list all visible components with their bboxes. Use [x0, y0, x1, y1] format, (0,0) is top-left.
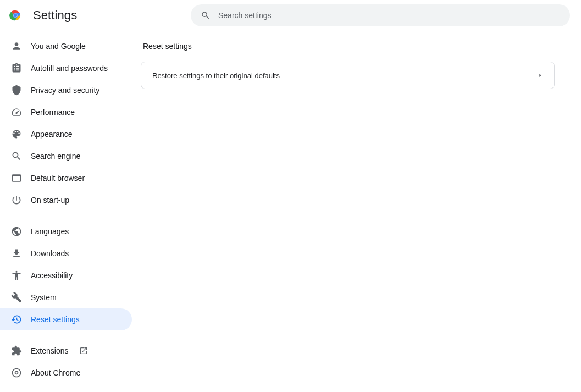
section-title: Reset settings	[141, 42, 555, 51]
sidebar-item-you-and-google[interactable]: You and Google	[0, 35, 132, 57]
chrome-outline-icon	[11, 367, 22, 378]
palette-icon	[11, 129, 22, 140]
sidebar-item-reset-settings[interactable]: Reset settings	[0, 308, 132, 330]
sidebar-item-label: On start-up	[31, 196, 69, 205]
search-icon	[201, 10, 211, 20]
svg-point-3	[14, 14, 17, 17]
sidebar-item-privacy[interactable]: Privacy and security	[0, 79, 132, 101]
sidebar-item-label: Search engine	[31, 152, 80, 161]
sidebar: You and Google Autofill and passwords Pr…	[0, 31, 141, 392]
chevron-right-icon	[538, 73, 543, 78]
divider	[0, 335, 134, 335]
speedometer-icon	[11, 107, 22, 118]
extension-icon	[11, 345, 22, 356]
divider	[0, 216, 134, 216]
settings-card: Restore settings to their original defau…	[141, 62, 555, 89]
sidebar-item-appearance[interactable]: Appearance	[0, 123, 132, 145]
sidebar-item-label: Privacy and security	[31, 86, 99, 95]
accessibility-icon	[11, 270, 22, 281]
sidebar-item-label: Accessibility	[31, 271, 73, 280]
wrench-icon	[11, 292, 22, 303]
download-icon	[11, 248, 22, 259]
sidebar-item-languages[interactable]: Languages	[0, 220, 132, 242]
power-icon	[11, 195, 22, 206]
sidebar-item-default-browser[interactable]: Default browser	[0, 167, 132, 189]
sidebar-item-label: Autofill and passwords	[31, 64, 108, 73]
sidebar-item-autofill[interactable]: Autofill and passwords	[0, 57, 132, 79]
chrome-logo-icon	[9, 9, 22, 22]
main-content: Reset settings Restore settings to their…	[141, 31, 581, 392]
header: Settings	[0, 0, 581, 31]
sidebar-item-label: Extensions	[31, 346, 68, 355]
sidebar-item-label: Appearance	[31, 130, 73, 139]
sidebar-item-accessibility[interactable]: Accessibility	[0, 264, 132, 286]
globe-icon	[11, 226, 22, 237]
person-icon	[11, 41, 22, 52]
sidebar-item-label: Performance	[31, 108, 75, 117]
sidebar-item-label: Downloads	[31, 249, 69, 258]
open-in-new-icon	[79, 346, 88, 355]
shield-icon	[11, 85, 22, 96]
sidebar-item-label: System	[31, 293, 57, 302]
sidebar-item-label: Languages	[31, 227, 69, 236]
sidebar-item-label: About Chrome	[31, 368, 80, 377]
sidebar-item-about-chrome[interactable]: About Chrome	[0, 362, 132, 384]
search-input[interactable]	[218, 11, 560, 20]
sidebar-item-search-engine[interactable]: Search engine	[0, 145, 132, 167]
page-title: Settings	[33, 8, 77, 23]
browser-icon	[11, 173, 22, 184]
card-row-label: Restore settings to their original defau…	[152, 71, 280, 80]
search-icon	[11, 151, 22, 162]
sidebar-item-label: Default browser	[31, 174, 85, 183]
sidebar-item-label: Reset settings	[31, 315, 80, 324]
sidebar-item-system[interactable]: System	[0, 286, 132, 308]
sidebar-item-downloads[interactable]: Downloads	[0, 242, 132, 264]
restore-defaults-row[interactable]: Restore settings to their original defau…	[141, 62, 554, 89]
search-container[interactable]	[191, 4, 570, 26]
assignment-icon	[11, 63, 22, 74]
sidebar-item-label: You and Google	[31, 42, 86, 51]
sidebar-item-startup[interactable]: On start-up	[0, 189, 132, 211]
restore-icon	[11, 314, 22, 325]
sidebar-item-performance[interactable]: Performance	[0, 101, 132, 123]
sidebar-item-extensions[interactable]: Extensions	[0, 340, 132, 362]
